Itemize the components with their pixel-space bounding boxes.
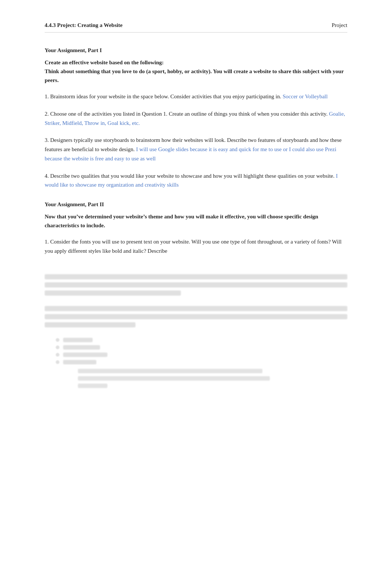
q2-number: 2. (45, 111, 49, 117)
question-3: 3. Designers typically use storyboards t… (45, 136, 347, 163)
blurred-sub-line (63, 353, 107, 357)
blurred-block-1 (45, 274, 347, 296)
blurred-line (45, 274, 347, 279)
blurred-sub-line (63, 345, 100, 350)
blurred-list-item (56, 360, 347, 364)
blurred-bullet (56, 346, 59, 349)
part2-intro: Now that you’ve determined your website’… (45, 212, 347, 230)
blurred-list-item (56, 353, 347, 357)
q4-text: Describe two qualities that you would li… (50, 173, 334, 179)
blurred-bullet (56, 338, 59, 342)
header-title: 4.4.3 Project: Creating a Website (45, 22, 123, 28)
q4-number: 4. (45, 173, 49, 179)
blurred-line (45, 306, 347, 311)
blurred-list-item (56, 338, 347, 342)
blurred-block-2 (45, 306, 347, 327)
part2-q1-text: Consider the fonts you will use to prese… (45, 239, 341, 254)
header-type: Project (332, 22, 348, 28)
blurred-bullet (56, 360, 59, 364)
blurred-line (45, 282, 347, 288)
part1-intro: Create an effective website based on the… (45, 58, 347, 85)
blurred-bullet (56, 353, 59, 357)
question-2: 2. Choose one of the activities you list… (45, 109, 347, 128)
q1-text: Brainstorm ideas for your website in the… (50, 93, 281, 99)
blurred-indent-line (78, 376, 270, 381)
part1-heading: Your Assignment, Part I (45, 47, 347, 54)
blurred-sub-line (63, 338, 93, 342)
blurred-line (45, 322, 135, 327)
blurred-list-block (45, 338, 347, 388)
part2-q1-number: 1. (45, 239, 49, 245)
q3-number: 3. (45, 137, 49, 143)
blurred-line (45, 290, 181, 296)
blurred-content (45, 274, 347, 388)
page-container: 4.4.3 Project: Creating a Website Projec… (37, 0, 355, 421)
part2-question-1: 1. Consider the fonts you will use to pr… (45, 237, 347, 256)
question-4: 4. Describe two qualities that you would… (45, 171, 347, 190)
part1-intro-line2: Think about something that you love to d… (45, 68, 344, 83)
question-1: 1. Brainstorm ideas for your website in … (45, 92, 347, 101)
part1-intro-line1: Create an effective website based on the… (45, 59, 164, 65)
q1-number: 1. (45, 93, 49, 99)
blurred-list-item (56, 345, 347, 350)
blurred-line (45, 314, 347, 319)
q1-answer: Soccer or Volleyball (283, 93, 328, 99)
blurred-sub-line (63, 360, 96, 364)
part2-heading: Your Assignment, Part II (45, 201, 347, 208)
blurred-indent-line (78, 384, 107, 388)
blurred-indent-line (78, 369, 262, 373)
q2-text: Choose one of the activities you listed … (50, 111, 327, 117)
page-header: 4.4.3 Project: Creating a Website Projec… (45, 22, 347, 33)
blurred-indent-block (56, 369, 347, 388)
